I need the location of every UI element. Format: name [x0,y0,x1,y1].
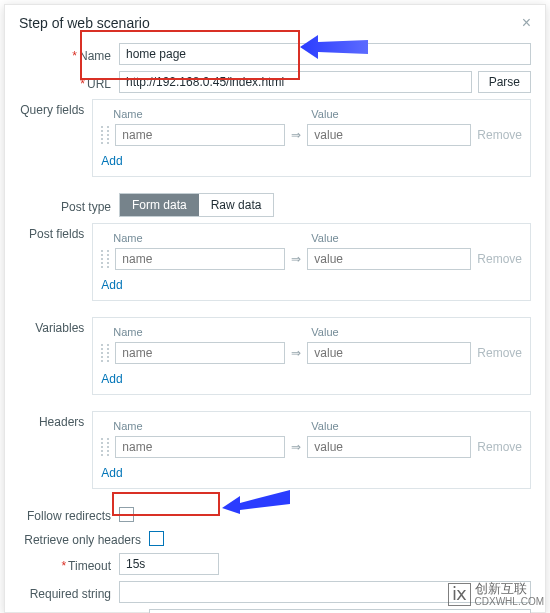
pair-row: ⇒ Remove [101,124,522,146]
dialog: Step of web scenario × *Name *URL Parse … [4,4,546,613]
label-query-fields: Query fields [19,99,92,117]
pair-name-input[interactable] [115,124,285,146]
row-headers: Headers Name Value ⇒ Remove Add [19,411,531,489]
pair-row: ⇒ Remove [101,342,522,364]
timeout-input[interactable] [119,553,219,575]
label-timeout: *Timeout [19,555,119,573]
row-follow-redirects: Follow redirects [19,505,531,523]
label-required-string: Required string [19,583,119,601]
pair-name-input[interactable] [115,342,285,364]
pair-row: ⇒ Remove [101,436,522,458]
add-link[interactable]: Add [101,278,122,292]
row-timeout: *Timeout [19,553,531,575]
label-follow-redirects: Follow redirects [19,505,119,523]
retrieve-only-headers-checkbox[interactable] [149,531,164,546]
toggle-raw-data[interactable]: Raw data [199,194,274,216]
post-fields-box: Name Value ⇒ Remove Add [92,223,531,301]
label-headers: Headers [19,411,92,429]
dialog-title: Step of web scenario [19,15,150,31]
row-variables: Variables Name Value ⇒ Remove Add [19,317,531,395]
pair-value-input[interactable] [307,342,471,364]
pair-value-input[interactable] [307,248,471,270]
label-variables: Variables [19,317,92,335]
label-retrieve-only-headers: Retrieve only headers [19,529,149,547]
remove-link[interactable]: Remove [477,346,522,360]
row-retrieve-only-headers: Retrieve only headers [19,529,531,547]
remove-link[interactable]: Remove [477,128,522,142]
label-post-type: Post type [19,196,119,214]
dialog-header: Step of web scenario × [19,15,531,31]
remove-link[interactable]: Remove [477,252,522,266]
drag-handle-icon[interactable] [101,438,109,456]
arrow-right-icon: ⇒ [291,440,301,454]
close-icon[interactable]: × [522,15,531,31]
required-status-codes-input[interactable] [149,609,531,613]
pair-row: ⇒ Remove [101,248,522,270]
pair-value-input[interactable] [307,436,471,458]
pair-name-input[interactable] [115,436,285,458]
drag-handle-icon[interactable] [101,344,109,362]
label-post-fields: Post fields [19,223,92,241]
add-link[interactable]: Add [101,466,122,480]
label-url: *URL [19,73,119,91]
drag-handle-icon[interactable] [101,250,109,268]
remove-link[interactable]: Remove [477,440,522,454]
name-input[interactable] [119,43,531,65]
row-url: *URL Parse [19,71,531,93]
pair-value-input[interactable] [307,124,471,146]
label-name: *Name [19,45,119,63]
arrow-right-icon: ⇒ [291,346,301,360]
headers-box: Name Value ⇒ Remove Add [92,411,531,489]
arrow-right-icon: ⇒ [291,128,301,142]
row-name: *Name [19,43,531,65]
add-link[interactable]: Add [101,372,122,386]
add-link[interactable]: Add [101,154,122,168]
pair-name-input[interactable] [115,248,285,270]
row-query-fields: Query fields Name Value ⇒ Remove Add [19,99,531,177]
post-type-toggle: Form data Raw data [119,193,274,217]
row-post-type: Post type Form data Raw data [19,193,531,217]
toggle-form-data[interactable]: Form data [120,194,199,216]
arrow-right-icon: ⇒ [291,252,301,266]
row-post-fields: Post fields Name Value ⇒ Remove Add [19,223,531,301]
drag-handle-icon[interactable] [101,126,109,144]
row-required-status-codes: Required status codes [19,609,531,613]
variables-box: Name Value ⇒ Remove Add [92,317,531,395]
watermark: ⅸ 创新互联 CDXWHL.COM [448,582,544,607]
query-fields-box: Name Value ⇒ Remove Add [92,99,531,177]
follow-redirects-checkbox[interactable] [119,507,134,522]
pair-header: Name Value [101,108,522,120]
watermark-icon: ⅸ [448,583,471,607]
parse-button[interactable]: Parse [478,71,531,93]
url-input[interactable] [119,71,472,93]
